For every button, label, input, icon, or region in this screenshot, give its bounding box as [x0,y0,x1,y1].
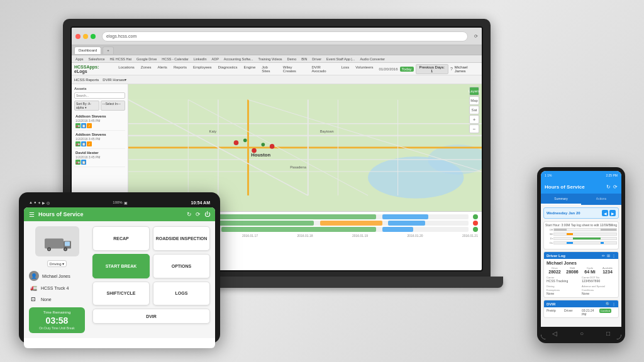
bookmark-audio[interactable]: Audio Converter [358,57,386,61]
options-button[interactable]: OPTIONS [153,254,210,278]
zoom-out-button[interactable]: − [469,124,479,133]
bookmark-demo[interactable]: Demo [286,57,298,61]
nav-employees[interactable]: Employees [191,65,214,74]
shift-cycle-button[interactable]: SHIFT/CYCLE [92,282,150,306]
tablet-battery: 100% ▣ [113,200,127,205]
map-type-button[interactable]: Map [469,96,479,105]
nav-diagnostics[interactable]: Diagnostics [216,65,240,74]
bookmark-salesforce[interactable]: Salesforce [87,57,106,61]
bookmark-gdrive[interactable]: Google Drive [135,57,158,61]
driver-log-body: Michael Jones Drive 28022 Shift 28086 [544,259,618,297]
start-break-button[interactable]: START BREAK [92,254,150,278]
back-button[interactable]: ◁ [552,330,557,337]
hos-chart-header: Start Hour: 3:00M Tap log sheet to edit … [545,223,617,227]
carrier-label: CarrierHCSS Tracking [547,275,580,283]
home-button[interactable]: ○ [580,330,584,337]
prev-days-button[interactable]: Previous Days: 1 [416,64,448,74]
time-remaining-box: Time Remaining 03:58 On Duty Time Until … [29,307,85,333]
app-logo: HCSSApps: eLogs [74,65,113,74]
bookmark-calendar[interactable]: HCSS - Calendar [160,57,190,61]
dvir-button[interactable]: DVIR [92,309,210,324]
off-segment-2 [601,229,616,231]
power-icon[interactable]: ⏻ [204,211,210,217]
nav-engine[interactable]: Engine [242,65,258,74]
driver-log-header: Driver Log ✏ ⊞ ⋮ [544,252,618,259]
subnav-dvir-horses[interactable]: DVIR Horses▾ [103,77,126,82]
battery-icon: ▣ [124,200,128,205]
menu-icon[interactable]: ⋮ [612,253,616,258]
dvir-search-icon[interactable]: 🔍 [606,302,610,306]
nav-locations[interactable]: Locations [116,65,136,74]
bookmark-training[interactable]: Training Videos [257,57,284,61]
tablet-content: Driving ▾ 👤 Michael Jones 🚛 HCSS Truck 4 [24,221,215,338]
scene: elogs.hcss.com ⟳ Dashboard + Apps Salesf… [0,0,644,362]
nav-zones[interactable]: Zones [139,65,153,74]
sidebar-search-input[interactable] [74,92,125,99]
recap-button[interactable]: RECAP [92,226,150,251]
browser-tabs: Dashboard + [72,45,482,55]
filter-select[interactable]: ---Select In--- [101,101,126,111]
refresh-icon[interactable]: ↻ [187,211,192,217]
wifi-icon: ▲ [29,200,33,204]
print-icon[interactable]: ⊞ [607,253,610,258]
app-header: HCSSApps: eLogs Locations Zones Alerts R… [72,63,482,75]
nav-dvir[interactable]: DVIR Avocado [309,65,336,74]
bookmark-bin[interactable]: BIN [300,57,308,61]
edit-icon[interactable]: ✏ [602,253,605,258]
trailer-icon: ⊡ [29,295,38,304]
inactive-tab[interactable]: + [103,47,114,54]
tab-actions[interactable]: Actions [581,194,621,205]
status-dot-green [473,214,478,219]
phone-app-title: Hours of Service [545,184,585,190]
browser-refresh[interactable]: ⟳ [474,34,478,39]
sb-segment [567,233,573,235]
driver-name: Michael Jones [42,274,70,278]
driver-log-title: Driver Log [547,254,565,258]
active-tab[interactable]: Dashboard [74,47,101,54]
phone-sync-icon[interactable]: ⟳ [613,184,618,190]
logs-button[interactable]: LOGS [153,282,210,306]
close-window-btn[interactable] [75,34,80,39]
bookmark-linkedin[interactable]: LinkedIn [192,57,208,61]
driver-avatar: 👤 [29,271,39,281]
layers-button[interactable]: Layers [469,87,479,96]
minimize-window-btn[interactable] [83,34,88,39]
bookmark-driver[interactable]: Driver [311,57,323,61]
phone-stats-grid: Drive 28022 Shift 28086 Cycle 64 Mi [547,266,616,274]
recent-apps-button[interactable]: □ [606,330,610,337]
question-icon[interactable]: ? [450,67,453,71]
bookmark-apps[interactable]: Apps [74,57,85,61]
phone-refresh-icon[interactable]: ↻ [606,184,611,190]
bookmark-accounting[interactable]: Accounting Softw... [223,57,255,61]
filter-sort[interactable]: Sort By: A-alpha ▾ [74,101,99,111]
next-date-icon[interactable]: ▶ [609,210,616,216]
nav-loss[interactable]: Loss [339,65,351,74]
nav-wiley[interactable]: Wiley Creates [281,65,308,74]
svg-point-22 [261,143,265,146]
driver-log-section: Driver Log ✏ ⊞ ⋮ Michael Jones D [543,251,619,298]
prev-date-icon[interactable]: ◀ [602,210,608,216]
nav-reports[interactable]: Reports [172,65,189,74]
zoom-in-button[interactable]: + [469,115,479,124]
drive-segment [573,238,601,239]
person-log-icon: 📋 [81,123,86,128]
subnav-hcss-reports[interactable]: HCSS Reports [74,78,99,82]
nav-volunteers[interactable]: Volunteers [353,65,375,74]
dvir-menu-icon[interactable]: ⋮ [612,302,616,306]
nav-alerts[interactable]: Alerts [156,65,169,74]
browser-url-bar[interactable]: elogs.hcss.com [102,31,468,41]
svg-point-20 [270,144,275,149]
sync-icon[interactable]: ⟳ [196,211,201,217]
satellite-button[interactable]: Sat [469,106,479,114]
roadside-inspection-button[interactable]: ROADSIDE INSPECTION [153,226,210,251]
today-button[interactable]: Today [400,67,414,72]
tab-summary[interactable]: Summary [541,194,581,205]
bookmark-hcss[interactable]: HE HCSS Hat [109,57,133,61]
maximize-window-btn[interactable] [91,34,96,39]
hamburger-menu-icon[interactable]: ☰ [29,211,35,218]
tablet-right-panel: ROADSIDE INSPECTION RECAP OPTIONS START … [90,221,215,338]
tablet-status-icons: ▲ ● ✦ ▶ ◎ [29,200,50,205]
bookmark-adp[interactable]: ADP [211,57,220,61]
nav-job-sites[interactable]: Job Sites [260,65,279,74]
bookmark-event[interactable]: Event Staff App |... [325,57,356,61]
